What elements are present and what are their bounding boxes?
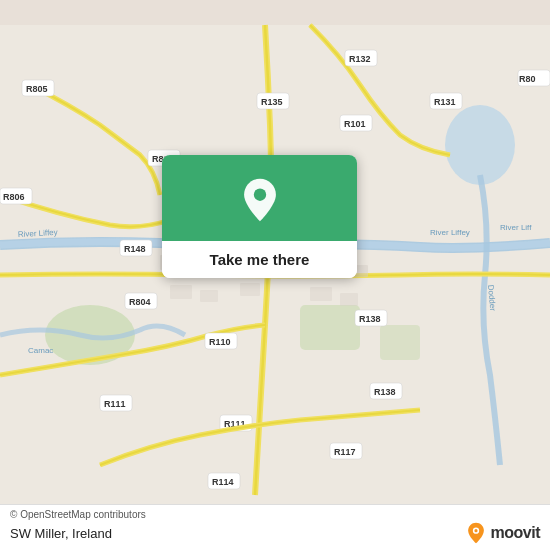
svg-text:R806: R806: [3, 192, 25, 202]
svg-text:River Liff: River Liff: [500, 223, 532, 232]
svg-point-4: [445, 105, 515, 185]
svg-rect-55: [310, 287, 332, 301]
svg-point-59: [474, 529, 477, 532]
bottom-bar: © OpenStreetMap contributors SW Miller, …: [0, 504, 550, 550]
bottom-row: SW Miller, Ireland moovit: [10, 522, 540, 544]
card-top-green: [162, 155, 357, 241]
take-me-there-button[interactable]: Take me there: [162, 241, 357, 278]
svg-text:Camac: Camac: [28, 346, 53, 355]
svg-text:R80: R80: [519, 74, 536, 84]
osm-attribution: © OpenStreetMap contributors: [10, 509, 540, 520]
svg-text:R148: R148: [124, 244, 146, 254]
moovit-logo: moovit: [465, 522, 540, 544]
svg-rect-54: [240, 283, 260, 296]
svg-rect-2: [300, 305, 360, 350]
svg-rect-56: [340, 293, 358, 306]
svg-text:R114: R114: [212, 477, 234, 487]
take-me-there-card[interactable]: Take me there: [162, 155, 357, 278]
svg-rect-3: [380, 325, 420, 360]
svg-text:R804: R804: [129, 297, 151, 307]
svg-rect-53: [200, 290, 218, 302]
svg-rect-52: [170, 285, 192, 299]
location-pin-icon: [237, 177, 283, 223]
svg-text:R135: R135: [261, 97, 283, 107]
moovit-pin-icon: [465, 522, 487, 544]
svg-text:R111: R111: [104, 399, 126, 409]
svg-text:R110: R110: [209, 337, 231, 347]
svg-text:River Liffey: River Liffey: [430, 228, 470, 237]
svg-text:R138: R138: [359, 314, 381, 324]
svg-text:R805: R805: [26, 84, 48, 94]
moovit-brand-text: moovit: [491, 524, 540, 542]
svg-text:R132: R132: [349, 54, 371, 64]
svg-text:R117: R117: [334, 447, 356, 457]
svg-text:R138: R138: [374, 387, 396, 397]
svg-text:R131: R131: [434, 97, 456, 107]
svg-point-57: [253, 189, 265, 201]
location-label: SW Miller, Ireland: [10, 526, 112, 541]
svg-text:R101: R101: [344, 119, 366, 129]
map-container: River Liffey River Liffey River Liff Dod…: [0, 0, 550, 550]
